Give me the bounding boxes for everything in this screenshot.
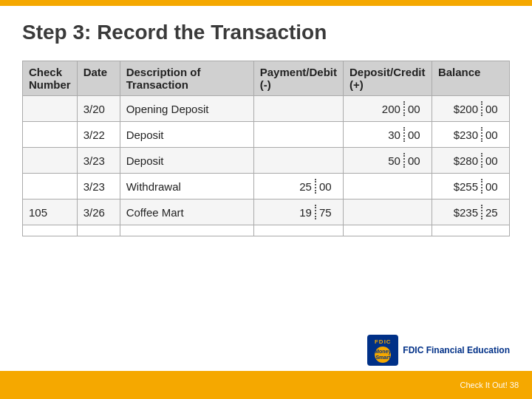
col-header-deposit: Deposit/Credit (+): [343, 61, 432, 96]
cell-description: Coffee Mart: [120, 200, 253, 225]
page-title: Step 3: Record the Transaction: [22, 21, 510, 44]
table-row: 3/23Deposit5000$28000: [23, 148, 510, 174]
fdic-circle: Money Smart: [375, 347, 391, 363]
cell-balance: [432, 225, 509, 236]
table-row: 1053/26Coffee Mart1975$23525: [23, 200, 510, 225]
cell-balance: $20000: [432, 96, 509, 122]
cell-payment: [253, 148, 343, 174]
cell-description: [120, 225, 253, 236]
cell-balance: $25500: [432, 174, 509, 200]
col-header-date: Date: [77, 61, 120, 96]
table-row: 3/23Withdrawal2500$25500: [23, 174, 510, 200]
bottom-bar-text: Check It Out! 38: [460, 381, 519, 389]
col-header-payment: Payment/Debit (-): [253, 61, 343, 96]
fdic-area: FDIC Money Smart FDIC Financial Educatio…: [367, 335, 510, 366]
cell-check-number: [23, 96, 78, 122]
fdic-label: FDIC Financial Education: [403, 345, 510, 355]
cell-deposit: 5000: [343, 148, 432, 174]
fdic-badge: FDIC Money Smart: [367, 335, 398, 366]
top-bar: [0, 0, 532, 6]
cell-date: 3/23: [77, 174, 120, 200]
page-content: Step 3: Record the Transaction Check Num…: [0, 6, 532, 244]
cell-date: [77, 225, 120, 236]
fdic-top-text: FDIC: [375, 338, 392, 345]
table-row: 3/20Opening Deposit20000$20000: [23, 96, 510, 122]
cell-description: Deposit: [120, 148, 253, 174]
cell-check-number: [23, 122, 78, 148]
cell-check-number: [23, 174, 78, 200]
cell-payment: 1975: [253, 200, 343, 225]
table-row: [23, 225, 510, 236]
cell-date: 3/20: [77, 96, 120, 122]
cell-check-number: [23, 225, 78, 236]
cell-date: 3/26: [77, 200, 120, 225]
cell-payment: 2500: [253, 174, 343, 200]
cell-deposit: [343, 174, 432, 200]
cell-description: Opening Deposit: [120, 96, 253, 122]
col-header-balance: Balance: [432, 61, 509, 96]
col-header-description: Description of Transaction: [120, 61, 253, 96]
cell-description: Withdrawal: [120, 174, 253, 200]
cell-balance: $23525: [432, 200, 509, 225]
cell-payment: [253, 96, 343, 122]
cell-check-number: 105: [23, 200, 78, 225]
cell-deposit: 3000: [343, 122, 432, 148]
cell-deposit: 20000: [343, 96, 432, 122]
cell-balance: $23000: [432, 122, 509, 148]
ledger-table: Check Number Date Description of Transac…: [22, 61, 510, 236]
col-header-check: Check Number: [23, 61, 78, 96]
cell-deposit: [343, 200, 432, 225]
cell-payment: [253, 122, 343, 148]
cell-deposit: [343, 225, 432, 236]
bottom-bar: Check It Out! 38: [0, 371, 532, 399]
fdic-circle-text: Money Smart: [375, 349, 391, 360]
table-row: 3/22Deposit3000$23000: [23, 122, 510, 148]
cell-description: Deposit: [120, 122, 253, 148]
cell-balance: $28000: [432, 148, 509, 174]
cell-date: 3/23: [77, 148, 120, 174]
cell-check-number: [23, 148, 78, 174]
cell-date: 3/22: [77, 122, 120, 148]
cell-payment: [253, 225, 343, 236]
